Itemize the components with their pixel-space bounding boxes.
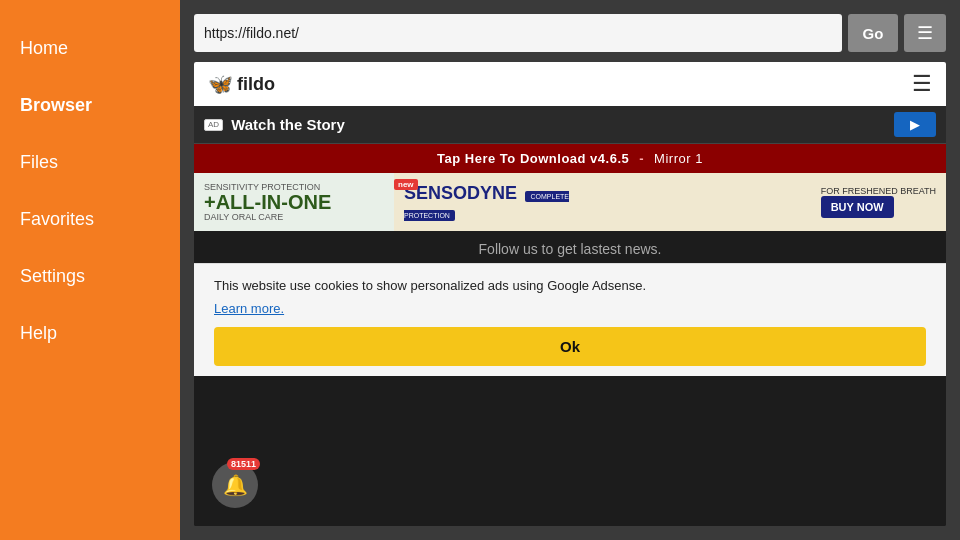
fab-badge: 81511 — [227, 458, 260, 470]
sidebar-item-browser-label: Browser — [20, 95, 92, 115]
ad-badge: AD — [204, 119, 223, 131]
ad-brand-group: SENSODYNE COMPLETEPROTECTION — [404, 183, 569, 222]
sidebar-item-favorites[interactable]: Favorites — [0, 191, 180, 248]
watch-banner: AD Watch the Story ▶ — [194, 106, 946, 144]
ad-right: SENSODYNE COMPLETEPROTECTION FOR FRESHEN… — [394, 173, 946, 231]
ok-button[interactable]: Ok — [214, 327, 926, 366]
ad-area: SENSITIVITY PROTECTION +ALL-IN-ONE DAILY… — [194, 173, 946, 231]
site-logo: 🦋 fildo — [208, 72, 275, 96]
go-button[interactable]: Go — [848, 14, 898, 52]
sidebar-item-help-label: Help — [20, 323, 57, 343]
download-bar[interactable]: Tap Here To Download v4.6.5 - Mirror 1 — [194, 144, 946, 173]
ad-freshened-text: FOR FRESHENED BREATH — [821, 186, 936, 196]
ad-allinone: +ALL-IN-ONE — [204, 192, 384, 212]
urlbar-row: Go ☰ — [194, 14, 946, 52]
fab-button[interactable]: 81511 🔔 — [212, 462, 258, 508]
url-input[interactable] — [194, 14, 842, 52]
download-separator: - — [639, 151, 644, 166]
ad-content: SENSITIVITY PROTECTION +ALL-IN-ONE DAILY… — [194, 173, 946, 231]
ad-brand-text: SENSODYNE — [404, 183, 517, 203]
watch-button[interactable]: ▶ — [894, 112, 936, 137]
sidebar-item-home[interactable]: Home — [0, 20, 180, 77]
logo-text: fildo — [237, 74, 275, 95]
sidebar-item-browser[interactable]: Browser — [0, 77, 180, 134]
fab-icon: 🔔 — [223, 473, 248, 497]
ad-daily: DAILY ORAL CARE — [204, 212, 384, 222]
sidebar-item-settings[interactable]: Settings — [0, 248, 180, 305]
sidebar-item-favorites-label: Favorites — [20, 209, 94, 229]
download-text: Tap Here To Download v4.6.5 — [437, 151, 629, 166]
cookie-banner: This website use cookies to show persona… — [194, 263, 946, 376]
hamburger-icon: ☰ — [917, 22, 933, 44]
ad-right-info: FOR FRESHENED BREATH BUY NOW — [821, 186, 936, 218]
follow-text: Follow us to get lastest news. — [194, 231, 946, 263]
ad-left: SENSITIVITY PROTECTION +ALL-IN-ONE DAILY… — [194, 173, 394, 231]
browser-menu-button[interactable]: ☰ — [904, 14, 946, 52]
sidebar-item-files-label: Files — [20, 152, 58, 172]
ad-new-badge: new — [394, 179, 418, 190]
sidebar-item-help[interactable]: Help — [0, 305, 180, 362]
sidebar-item-settings-label: Settings — [20, 266, 85, 286]
site-header: 🦋 fildo ☰ — [194, 62, 946, 106]
logo-icon: 🦋 — [208, 72, 233, 96]
cookie-text: This website use cookies to show persona… — [214, 278, 926, 293]
sidebar: Home Browser Files Favorites Settings He… — [0, 0, 180, 540]
main-area: Go ☰ 🦋 fildo ☰ AD Watch the Story ▶ — [180, 0, 960, 540]
learn-more-link[interactable]: Learn more. — [214, 301, 284, 316]
sidebar-item-home-label: Home — [20, 38, 68, 58]
browser-viewport: 🦋 fildo ☰ AD Watch the Story ▶ Tap Here … — [194, 62, 946, 526]
site-hamburger-icon[interactable]: ☰ — [912, 71, 932, 97]
browser-content: AD Watch the Story ▶ Tap Here To Downloa… — [194, 106, 946, 526]
watch-text: Watch the Story — [231, 116, 345, 133]
watch-banner-left: AD Watch the Story — [204, 116, 345, 133]
mirror-label: Mirror 1 — [654, 151, 703, 166]
sidebar-item-files[interactable]: Files — [0, 134, 180, 191]
buy-now-button[interactable]: BUY NOW — [821, 196, 894, 218]
